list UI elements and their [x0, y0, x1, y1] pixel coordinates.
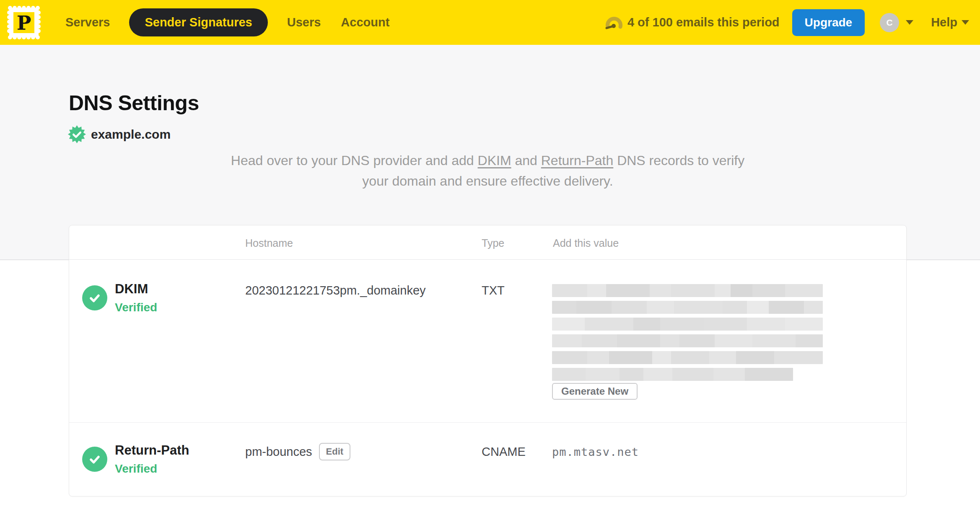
table-row-return-path: Return-Path Verified pm-bounces Edit CNA…	[69, 423, 906, 496]
main-content: DNS Settings example.com Head over to yo…	[0, 45, 980, 512]
navbar-right: 4 of 100 emails this period Upgrade C He…	[605, 9, 969, 36]
nav-item-sender-signatures[interactable]: Sender Signatures	[129, 8, 267, 36]
redacted-bar	[552, 334, 823, 347]
record-type: CNAME	[482, 445, 526, 459]
record-name: DKIM	[115, 282, 148, 297]
table-header: Hostname Type Add this value	[69, 225, 906, 260]
postmark-stamp-icon[interactable]: P	[7, 5, 41, 40]
upgrade-button[interactable]: Upgrade	[792, 9, 865, 36]
usage-link[interactable]: 4 of 100 emails this period	[605, 15, 780, 30]
account-menu[interactable]: C	[880, 13, 913, 32]
avatar: C	[880, 13, 899, 32]
nav-item-users[interactable]: Users	[286, 16, 322, 29]
page-title: DNS Settings	[69, 91, 199, 115]
gauge-icon	[605, 15, 622, 30]
column-header-type: Type	[482, 237, 504, 249]
help-menu[interactable]: Help	[931, 16, 969, 29]
redacted-bar	[552, 368, 793, 381]
dns-records-card: Hostname Type Add this value DKIM Verifi…	[69, 225, 907, 496]
primary-nav: Servers Sender Signatures Users Account	[65, 8, 390, 36]
record-status-badge: Verified	[115, 462, 157, 476]
redacted-bar	[552, 351, 823, 364]
record-name: Return-Path	[115, 443, 189, 458]
top-navbar: P Servers Sender Signatures Users Accoun…	[0, 0, 980, 45]
record-hostname-group: pm-bounces Edit	[245, 443, 350, 460]
check-circle-icon	[82, 447, 107, 472]
record-value: pm.mtasv.net	[552, 445, 639, 458]
verified-seal-icon	[68, 125, 86, 143]
page-description: Head over to your DNS provider and add D…	[69, 150, 907, 191]
logo-letter: P	[17, 12, 31, 34]
description-text: and	[511, 153, 541, 168]
dkim-link[interactable]: DKIM	[478, 153, 511, 168]
usage-counter: 4 of 100 emails this period	[627, 16, 780, 29]
column-header-value: Add this value	[553, 237, 619, 249]
caret-down-icon	[906, 20, 913, 25]
redacted-bar	[552, 301, 823, 314]
table-row-dkim: DKIM Verified 20230121221753pm._domainke…	[69, 260, 906, 423]
record-type: TXT	[482, 284, 505, 297]
return-path-link[interactable]: Return-Path	[541, 153, 614, 168]
nav-item-account[interactable]: Account	[340, 16, 390, 29]
check-circle-icon	[82, 285, 107, 310]
redacted-bar	[552, 284, 823, 297]
record-status-badge: Verified	[115, 301, 157, 314]
column-header-hostname: Hostname	[245, 237, 293, 249]
domain-name: example.com	[91, 127, 171, 142]
record-hostname: pm-bounces	[245, 445, 312, 459]
nav-item-servers[interactable]: Servers	[65, 16, 111, 29]
edit-button[interactable]: Edit	[319, 443, 351, 460]
dkim-value-redacted	[552, 284, 823, 385]
domain-row: example.com	[68, 125, 171, 143]
description-text: Head over to your DNS provider and add	[231, 153, 478, 168]
help-label: Help	[931, 16, 957, 29]
caret-down-icon	[962, 20, 969, 25]
record-hostname: 20230121221753pm._domainkey	[245, 284, 426, 297]
generate-new-button[interactable]: Generate New	[552, 383, 638, 400]
redacted-bar	[552, 318, 823, 331]
